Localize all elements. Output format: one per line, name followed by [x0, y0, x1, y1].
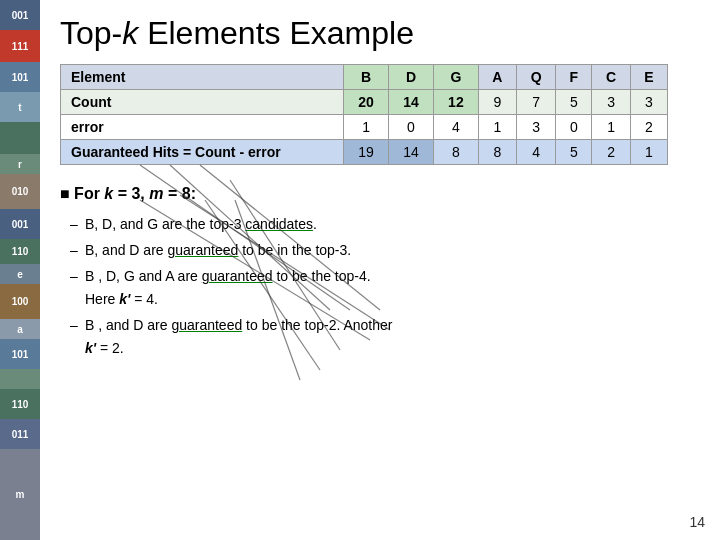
cell-c-error: 1 — [592, 115, 630, 140]
sidebar-item-14 — [0, 369, 40, 389]
sidebar-item-1: 001 — [0, 0, 40, 30]
sidebar-item-3: 101 — [0, 62, 40, 92]
bullet-list: B, D, and G are the top-3 candidates. B,… — [60, 213, 700, 359]
k-prime-2: k' — [85, 340, 96, 356]
guaranteed-text-1: guaranteed — [168, 242, 239, 258]
cell-d-guaranteed: 14 — [389, 140, 434, 165]
k-prime-1: k' — [119, 291, 130, 307]
data-table: Element B D G A Q F C E Count 20 14 12 9… — [60, 64, 668, 165]
sidebar-item-15: 110 — [0, 389, 40, 419]
cell-b-count: 20 — [344, 90, 389, 115]
page-number: 14 — [689, 514, 705, 530]
cell-a-count: 9 — [478, 90, 516, 115]
for-m-italic: m — [149, 185, 163, 202]
cell-f-count: 5 — [556, 90, 592, 115]
sidebar-item-16: 011 — [0, 419, 40, 449]
table-row-error: error 1 0 4 1 3 0 1 2 — [61, 115, 668, 140]
sidebar-item-2: 111 — [0, 30, 40, 62]
sidebar-item-13: 101 — [0, 339, 40, 369]
main-content: Top-k Elements Example Element B D G A Q… — [40, 0, 720, 540]
sidebar: 001 111 101 t r 010 001 110 e 100 a 101 … — [0, 0, 40, 540]
col-header-b: B — [344, 65, 389, 90]
cell-g-error: 4 — [433, 115, 478, 140]
table-row-count: Count 20 14 12 9 7 5 3 3 — [61, 90, 668, 115]
for-k-line: ■ For k = 3, m = 8: — [60, 181, 700, 207]
sidebar-item-7: 010 — [0, 174, 40, 209]
cell-g-count: 12 — [433, 90, 478, 115]
cell-c-guaranteed: 2 — [592, 140, 630, 165]
col-header-e: E — [630, 65, 667, 90]
col-header-a: A — [478, 65, 516, 90]
col-header-c: C — [592, 65, 630, 90]
sidebar-item-m: m — [0, 449, 40, 540]
cell-a-guaranteed: 8 — [478, 140, 516, 165]
cell-f-error: 0 — [556, 115, 592, 140]
col-header-element: Element — [61, 65, 344, 90]
page-title: Top-k Elements Example — [60, 15, 700, 52]
table-row-guaranteed: Guaranteed Hits = Count - error 19 14 8 … — [61, 140, 668, 165]
row-label-error: error — [61, 115, 344, 140]
cell-b-guaranteed: 19 — [344, 140, 389, 165]
guaranteed-text-2: guaranteed — [202, 268, 273, 284]
list-item-3: B , D, G and A are guaranteed to be the … — [70, 265, 700, 310]
cell-e-count: 3 — [630, 90, 667, 115]
sidebar-item-10: e — [0, 264, 40, 284]
sidebar-item-11: 100 — [0, 284, 40, 319]
cell-q-error: 3 — [517, 115, 556, 140]
sidebar-item-6: r — [0, 154, 40, 174]
col-header-f: F — [556, 65, 592, 90]
cell-g-guaranteed: 8 — [433, 140, 478, 165]
cell-d-error: 0 — [389, 115, 434, 140]
sidebar-item-4: t — [0, 92, 40, 122]
guaranteed-text-3: guaranteed — [171, 317, 242, 333]
candidates-text: candidates — [245, 216, 313, 232]
sidebar-item-9: 110 — [0, 239, 40, 264]
col-header-d: D — [389, 65, 434, 90]
cell-f-guaranteed: 5 — [556, 140, 592, 165]
cell-q-guaranteed: 4 — [517, 140, 556, 165]
title-k: k — [122, 15, 138, 51]
list-item-2: B, and D are guaranteed to be in the top… — [70, 239, 700, 261]
row-label-count: Count — [61, 90, 344, 115]
sidebar-item-8: 001 — [0, 209, 40, 239]
col-header-g: G — [433, 65, 478, 90]
for-k-italic: k — [104, 185, 113, 202]
sidebar-item-12: a — [0, 319, 40, 339]
cell-e-error: 2 — [630, 115, 667, 140]
list-item-4: B , and D are guaranteed to be the top-2… — [70, 314, 700, 359]
sidebar-item-5 — [0, 122, 40, 154]
col-header-q: Q — [517, 65, 556, 90]
cell-d-count: 14 — [389, 90, 434, 115]
table-header-row: Element B D G A Q F C E — [61, 65, 668, 90]
cell-c-count: 3 — [592, 90, 630, 115]
row-label-guaranteed: Guaranteed Hits = Count - error — [61, 140, 344, 165]
cell-e-guaranteed: 1 — [630, 140, 667, 165]
content-section: ■ For k = 3, m = 8: B, D, and G are the … — [60, 181, 700, 359]
cell-q-count: 7 — [517, 90, 556, 115]
list-item-1: B, D, and G are the top-3 candidates. — [70, 213, 700, 235]
cell-b-error: 1 — [344, 115, 389, 140]
cell-a-error: 1 — [478, 115, 516, 140]
